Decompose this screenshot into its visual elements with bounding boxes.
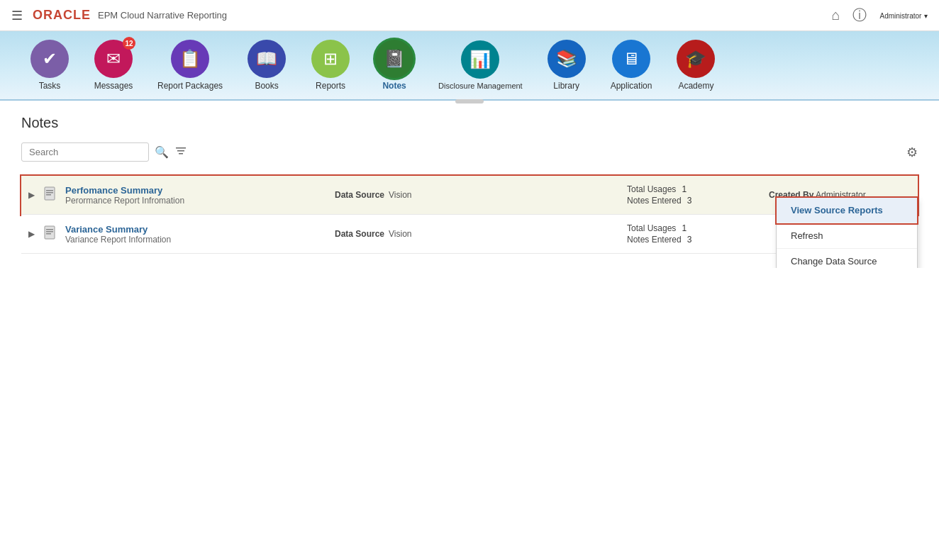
- perf-ds-label: Data Source: [335, 190, 384, 200]
- perf-name[interactable]: Perfomance Summary: [65, 185, 292, 196]
- nav-item-notes[interactable]: 📓 Notes: [366, 37, 423, 94]
- svg-rect-4: [46, 190, 53, 191]
- note-info-perf: Perfomance Summary Perormance Report Inf…: [65, 185, 292, 206]
- report-packages-icon-circle: 📋: [171, 40, 209, 78]
- nav-item-books[interactable]: 📖 Books: [238, 37, 295, 94]
- nav-item-messages[interactable]: ✉ 12 Messages: [85, 37, 142, 94]
- books-icon: 📖: [256, 49, 277, 69]
- var-name[interactable]: Variance Summary: [65, 224, 292, 235]
- svg-rect-1: [177, 150, 184, 152]
- perf-notes-val: 3: [687, 196, 692, 206]
- messages-icon-circle: ✉ 12: [94, 40, 133, 78]
- svg-rect-2: [179, 153, 183, 155]
- note-stats-var: Total Usages 1 Notes Entered 3: [627, 223, 769, 245]
- search-icon[interactable]: 🔍: [155, 145, 169, 159]
- nav-item-disclosure[interactable]: 📊 Disclosure Management: [430, 38, 531, 93]
- filter-icon[interactable]: [174, 145, 187, 160]
- home-icon[interactable]: ⌂: [831, 7, 840, 23]
- var-ds-value: Vision: [389, 229, 411, 239]
- note-meta-var: Data Source Vision: [335, 229, 627, 239]
- nav-item-academy[interactable]: 🎓 Academy: [667, 37, 724, 94]
- var-ds-label: Data Source: [335, 229, 384, 239]
- reports-icon-circle: ⊞: [311, 40, 350, 78]
- notes-row-perf: ▶ Perfomance Summary Perormance Report I…: [21, 176, 918, 215]
- messages-label: Messages: [94, 81, 133, 91]
- var-usages-label: Total Usages: [627, 223, 676, 233]
- context-menu-item-view-source[interactable]: View Source Reports: [777, 198, 917, 223]
- disclosure-icon: 📊: [469, 50, 491, 69]
- svg-rect-9: [46, 231, 53, 233]
- svg-rect-6: [46, 194, 51, 196]
- tasks-icon: ✔: [43, 49, 57, 69]
- svg-rect-3: [45, 187, 55, 200]
- report-packages-label: Report Packages: [157, 81, 223, 91]
- nav-bar: ✔ Tasks ✉ 12 Messages 📋 Report Packages …: [0, 31, 939, 101]
- help-icon[interactable]: ⓘ: [852, 6, 867, 25]
- application-icon-circle: 🖥: [612, 40, 650, 78]
- report-packages-icon: 📋: [179, 49, 201, 69]
- nav-item-library[interactable]: 📚 Library: [538, 37, 595, 94]
- oracle-logo: ORACLE: [33, 8, 91, 23]
- notes-list: ▶ Perfomance Summary Perormance Report I…: [21, 176, 918, 254]
- note-info-var: Variance Summary Variance Report Informa…: [65, 224, 292, 245]
- note-stats-perf: Total Usages 1 Notes Entered 3: [627, 184, 769, 206]
- context-menu-item-change-data-source[interactable]: Change Data Source: [777, 249, 917, 268]
- tasks-icon-circle: ✔: [30, 40, 69, 78]
- library-icon: 📚: [556, 49, 577, 69]
- var-notes-val: 3: [687, 235, 692, 245]
- note-file-icon-perf: [43, 186, 58, 205]
- academy-label: Academy: [678, 81, 713, 91]
- books-icon-circle: 📖: [248, 40, 286, 78]
- svg-rect-7: [45, 226, 55, 239]
- perf-stat-usages: Total Usages 1: [627, 184, 769, 194]
- page-title: Notes: [21, 115, 918, 131]
- context-menu: View Source Reports Refresh Change Data …: [776, 197, 918, 268]
- perf-desc: Perormance Report Infromation: [65, 196, 292, 206]
- academy-icon: 🎓: [685, 49, 706, 69]
- svg-rect-5: [46, 192, 53, 194]
- notes-nav-label: Notes: [382, 81, 406, 91]
- nav-item-application[interactable]: 🖥 Application: [602, 37, 661, 94]
- academy-icon-circle: 🎓: [677, 40, 715, 78]
- user-menu[interactable]: Administrator ▾: [879, 10, 928, 21]
- reports-label: Reports: [316, 81, 345, 91]
- notes-icon-circle: 📓: [375, 40, 413, 78]
- perf-ds-value: Vision: [389, 190, 411, 200]
- top-bar: ☰ ORACLE EPM Cloud Narrative Reporting ⌂…: [0, 0, 939, 31]
- reports-icon: ⊞: [323, 49, 338, 69]
- library-label: Library: [553, 81, 579, 91]
- var-notes-label: Notes Entered: [627, 235, 682, 245]
- svg-rect-0: [176, 147, 186, 149]
- var-desc: Variance Report Information: [65, 235, 292, 245]
- note-file-icon-var: [43, 225, 58, 244]
- notes-icon: 📓: [384, 49, 405, 69]
- main-content: Notes 🔍 ⚙ ▶: [0, 101, 939, 268]
- messages-badge: 12: [123, 37, 135, 50]
- books-label: Books: [255, 81, 278, 91]
- nav-item-tasks[interactable]: ✔ Tasks: [21, 37, 78, 94]
- perf-notes-label: Notes Entered: [627, 196, 682, 206]
- note-meta-perf: Data Source Vision: [335, 190, 627, 200]
- application-icon: 🖥: [623, 49, 640, 69]
- tasks-label: Tasks: [39, 81, 61, 91]
- var-stat-usages: Total Usages 1: [627, 223, 769, 233]
- library-icon-circle: 📚: [548, 40, 586, 78]
- expand-arrow-perf[interactable]: ▶: [28, 190, 37, 200]
- search-bar: 🔍 ⚙: [21, 142, 918, 162]
- context-menu-item-refresh[interactable]: Refresh: [777, 223, 917, 249]
- svg-rect-10: [46, 233, 51, 235]
- var-stat-notes: Notes Entered 3: [627, 235, 769, 245]
- nav-divider-handle[interactable]: [455, 99, 484, 103]
- expand-arrow-var[interactable]: ▶: [28, 229, 37, 239]
- hamburger-menu[interactable]: ☰: [11, 8, 23, 23]
- application-label: Application: [611, 81, 652, 91]
- search-input[interactable]: [21, 142, 149, 162]
- svg-rect-8: [46, 229, 53, 230]
- nav-item-reports[interactable]: ⊞ Reports: [302, 37, 359, 94]
- settings-icon[interactable]: ⚙: [906, 145, 918, 160]
- nav-item-report-packages[interactable]: 📋 Report Packages: [149, 37, 231, 94]
- top-right-actions: ⌂ ⓘ Administrator ▾: [831, 6, 928, 25]
- perf-usages-val: 1: [682, 184, 687, 194]
- messages-icon: ✉: [106, 49, 121, 69]
- perf-stat-notes: Notes Entered 3: [627, 196, 769, 206]
